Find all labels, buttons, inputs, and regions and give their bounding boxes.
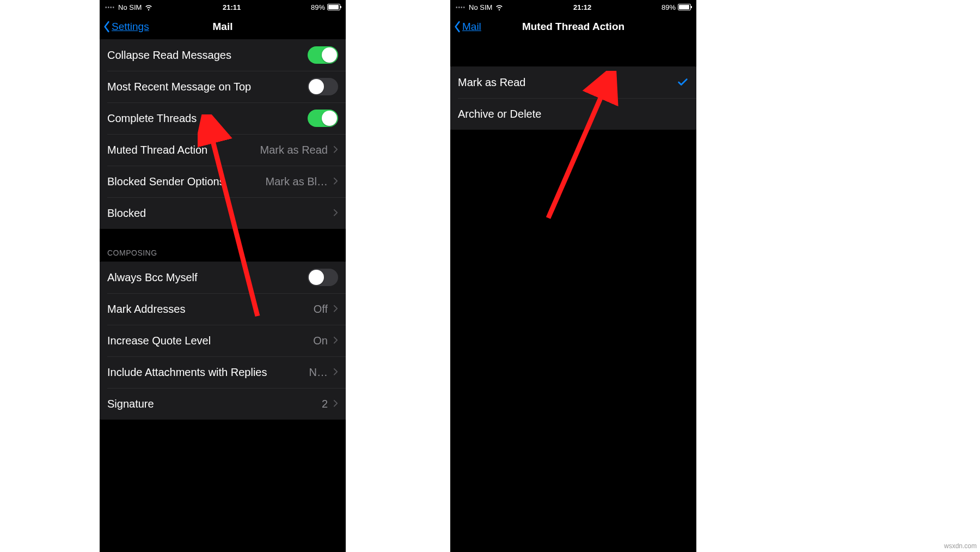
carrier-label: No SIM [118,3,142,11]
row-blocked-sender-options[interactable]: Blocked Sender Options Mark as Bl… [100,166,346,197]
row-muted-thread-action[interactable]: Muted Thread Action Mark as Read [100,134,346,166]
row-value: Mark as Bl… [266,175,328,188]
back-button[interactable]: Settings [103,14,149,39]
option-mark-as-read[interactable]: Mark as Read [450,66,696,98]
row-label: Signature [107,398,322,410]
row-label: Most Recent Message on Top [107,81,308,93]
row-value: N… [309,366,328,379]
chevron-right-icon [333,177,338,186]
row-label: Collapse Read Messages [107,49,308,62]
row-value: Off [314,303,328,316]
page-title: Muted Thread Action [522,21,624,33]
spacer [450,39,696,66]
row-label: Archive or Delete [458,108,689,120]
wifi-icon [145,3,152,11]
row-value: On [313,335,328,347]
phone-right: •••• No SIM 21:12 89% Mail Muted Thread … [450,0,696,552]
toggle[interactable] [308,110,338,127]
status-right: 89% [311,3,340,11]
phone-left: •••• No SIM 21:11 89% Settings Mail Coll… [100,0,346,552]
row-label: Muted Thread Action [107,144,260,156]
row-label: Complete Threads [107,112,308,125]
row-label: Include Attachments with Replies [107,366,309,379]
battery-percent: 89% [661,3,676,11]
chevron-right-icon [333,336,338,345]
row-complete-threads[interactable]: Complete Threads [100,102,346,134]
chevron-left-icon [454,21,461,33]
group-threading: Collapse Read Messages Most Recent Messa… [100,39,346,229]
checkmark-icon [677,76,689,88]
nav-bar: Mail Muted Thread Action [450,14,696,39]
page-title: Mail [213,21,233,33]
status-bar: •••• No SIM 21:12 89% [450,0,696,14]
row-blocked[interactable]: Blocked [100,197,346,229]
signal-dots-icon: •••• [105,4,115,10]
chevron-right-icon [333,368,338,377]
row-mark-addresses[interactable]: Mark Addresses Off [100,293,346,325]
section-header-composing: Composing [100,229,346,262]
chevron-right-icon [333,305,338,313]
row-include-attachments[interactable]: Include Attachments with Replies N… [100,356,346,388]
row-label: Blocked Sender Options [107,175,266,188]
toggle[interactable] [308,269,338,286]
row-label: Blocked [107,207,328,220]
row-signature[interactable]: Signature 2 [100,388,346,420]
row-value: Mark as Read [260,144,328,156]
signal-dots-icon: •••• [456,4,465,10]
back-label: Mail [462,21,481,33]
chevron-left-icon [103,21,111,33]
row-label: Mark Addresses [107,303,314,316]
status-bar: •••• No SIM 21:11 89% [100,0,346,14]
battery-percent: 89% [311,3,325,11]
status-right: 89% [661,3,691,11]
back-label: Settings [112,21,149,33]
group-options: Mark as Read Archive or Delete [450,66,696,130]
row-value: 2 [322,398,328,410]
battery-icon [327,4,340,10]
chevron-right-icon [333,399,338,408]
group-composing: Always Bcc Myself Mark Addresses Off Inc… [100,262,346,420]
row-label: Mark as Read [458,76,677,89]
watermark: wsxdn.com [944,542,977,550]
carrier-label: No SIM [469,3,492,11]
status-time: 21:11 [223,3,241,11]
chevron-right-icon [333,209,338,217]
toggle[interactable] [308,46,338,64]
back-button[interactable]: Mail [454,14,481,39]
option-archive-or-delete[interactable]: Archive or Delete [450,98,696,130]
row-collapse-read-messages[interactable]: Collapse Read Messages [100,39,346,71]
row-label: Always Bcc Myself [107,271,308,284]
row-always-bcc-myself[interactable]: Always Bcc Myself [100,262,346,293]
status-left: •••• No SIM [105,3,152,11]
wifi-icon [495,3,503,11]
battery-icon [678,4,691,10]
row-most-recent-on-top[interactable]: Most Recent Message on Top [100,71,346,102]
chevron-right-icon [333,145,338,154]
status-time: 21:12 [573,3,591,11]
row-label: Increase Quote Level [107,335,313,347]
nav-bar: Settings Mail [100,14,346,39]
toggle[interactable] [308,78,338,95]
row-increase-quote-level[interactable]: Increase Quote Level On [100,325,346,356]
status-left: •••• No SIM [456,3,503,11]
